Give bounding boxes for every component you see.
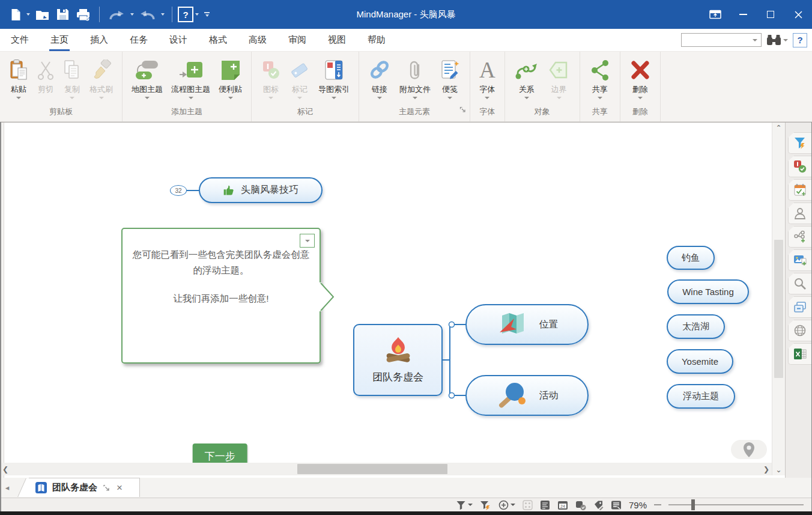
chevron-down-icon[interactable]	[753, 39, 757, 41]
status-notes-button[interactable]	[611, 500, 622, 510]
share-button[interactable]: 共享	[585, 56, 615, 99]
sidebar-tab-images[interactable]	[788, 249, 811, 271]
font-button[interactable]: A 字体	[475, 56, 500, 99]
ribbon-display-options-button[interactable]	[701, 0, 729, 29]
zoom-slider[interactable]	[668, 499, 804, 510]
help-button[interactable]: ?	[178, 7, 193, 22]
sidebar-tab-web[interactable]	[788, 320, 811, 341]
vertical-scrollbar-thumb[interactable]	[774, 240, 783, 378]
floating-topic-lake-tahoe[interactable]: 太浩湖	[667, 314, 725, 339]
tab-view[interactable]: 视图	[320, 29, 354, 51]
tab-file[interactable]: 文件	[3, 29, 37, 51]
format-painter-button[interactable]: 格式刷	[85, 56, 117, 99]
scroll-up-arrow[interactable]: ⌃	[772, 123, 785, 133]
floating-topic-generic[interactable]: 浮动主题	[667, 384, 735, 409]
map-topic-button[interactable]: 地图主题	[127, 56, 167, 99]
sidebar-tab-resources[interactable]	[788, 203, 811, 224]
floating-topic-fishing[interactable]: 钓鱼	[667, 246, 715, 270]
sidebar-tab-task-info[interactable]	[788, 179, 811, 201]
link-button[interactable]: 链接	[364, 56, 395, 99]
document-tab-active[interactable]: 团队务虚会 ×	[29, 478, 140, 497]
sticky-note-button[interactable]: 便利贴	[214, 56, 246, 99]
sidebar-tab-map-parts[interactable]	[788, 226, 811, 248]
tab-review[interactable]: 审阅	[280, 29, 314, 51]
relationship-button[interactable]: 关系	[510, 56, 544, 99]
zoom-slider-thumb[interactable]	[691, 499, 695, 510]
customize-toolbar-button[interactable]	[204, 12, 210, 17]
window-controls	[701, 0, 812, 29]
save-button[interactable]	[53, 5, 73, 24]
chevron-down-icon[interactable]	[195, 13, 199, 16]
redo-button[interactable]	[136, 5, 159, 24]
maximize-button[interactable]	[757, 0, 784, 29]
tab-scroll-left-arrow[interactable]: ◂	[2, 483, 12, 492]
status-power-filter-button[interactable]	[480, 500, 491, 510]
flow-topic-button[interactable]: 流程图主题	[167, 56, 214, 99]
scroll-down-arrow[interactable]: ⌄	[772, 465, 785, 475]
scroll-right-arrow[interactable]: ❯	[761, 463, 772, 475]
tab-task[interactable]: 任务	[122, 29, 156, 51]
horizontal-scrollbar[interactable]: ❮ ❯	[0, 463, 772, 475]
cut-button[interactable]: 剪切	[32, 56, 59, 95]
tab-help[interactable]: 帮助	[360, 29, 393, 51]
tags-button[interactable]: 标记	[285, 56, 314, 99]
subtopic-location[interactable]: 位置	[465, 304, 589, 345]
tab-home[interactable]: 主页	[43, 29, 76, 51]
close-button[interactable]	[784, 0, 812, 29]
chevron-down-icon[interactable]	[161, 13, 165, 16]
status-tags-button[interactable]	[593, 500, 604, 510]
icons-button[interactable]: 图标	[256, 56, 285, 99]
status-add-topic-button[interactable]	[498, 500, 515, 510]
open-file-button[interactable]	[32, 5, 53, 24]
sidebar-tab-search[interactable]	[788, 273, 811, 294]
location-overlay-button[interactable]	[731, 440, 767, 459]
status-filter-button[interactable]	[456, 500, 473, 510]
search-input[interactable]	[682, 34, 753, 46]
collapsed-branch-badge[interactable]: 32	[170, 185, 187, 196]
floating-topic-wine-tasting[interactable]: Wine Tasting	[667, 279, 749, 304]
undo-button[interactable]	[105, 5, 129, 24]
callout-menu-button[interactable]	[300, 234, 315, 248]
topic-label: Wine Tasting	[682, 287, 734, 297]
vertical-scrollbar[interactable]: ⌃ ⌄	[772, 123, 785, 475]
minimize-button[interactable]	[729, 0, 757, 29]
context-help-button[interactable]: ?	[793, 33, 807, 47]
tab-format[interactable]: 格式	[201, 29, 235, 51]
print-button[interactable]	[73, 5, 94, 24]
sidebar-tab-spreadsheet[interactable]	[788, 343, 811, 365]
notes-button[interactable]: 便笺	[435, 56, 465, 99]
popout-icon[interactable]	[103, 484, 110, 492]
topic-brainstorm-tips[interactable]: 头脑风暴技巧	[199, 177, 323, 203]
dialog-launcher-icon[interactable]	[459, 106, 466, 115]
tab-design[interactable]: 设计	[162, 29, 195, 51]
attachment-button[interactable]: 附加文件	[395, 56, 435, 99]
chevron-down-icon[interactable]	[130, 13, 134, 16]
tab-advanced[interactable]: 高级	[241, 29, 274, 51]
map-index-button[interactable]: 导图索引	[314, 56, 354, 99]
search-combobox[interactable]	[681, 33, 762, 47]
zoom-out-button[interactable]	[654, 504, 661, 505]
status-balance-map-button[interactable]	[523, 500, 533, 510]
delete-button[interactable]: 删除	[625, 56, 655, 99]
tab-close-icon[interactable]: ×	[115, 483, 124, 493]
find-button[interactable]	[766, 34, 788, 46]
chevron-down-icon[interactable]	[26, 13, 30, 16]
horizontal-scrollbar-thumb[interactable]	[297, 464, 447, 474]
topic-label: 活动	[539, 389, 559, 402]
sidebar-tab-snippets[interactable]	[788, 296, 811, 318]
status-icon-markers-button[interactable]	[575, 500, 586, 510]
floating-topic-yosemite[interactable]: Yosemite	[667, 349, 733, 374]
paste-button[interactable]: 粘贴	[5, 56, 32, 99]
tab-insert[interactable]: 插入	[82, 29, 116, 51]
zoom-slider-track[interactable]	[668, 504, 804, 505]
subtopic-activities[interactable]: 活动	[465, 375, 589, 416]
copy-button[interactable]: 复制	[59, 56, 85, 99]
scroll-left-arrow[interactable]: ❮	[0, 463, 11, 475]
boundary-button[interactable]: 边界	[544, 56, 575, 99]
new-document-button[interactable]	[7, 5, 25, 24]
status-outline-button[interactable]	[540, 500, 550, 510]
sidebar-tab-icon-markers[interactable]	[788, 156, 811, 177]
central-topic-team-retreat[interactable]: 团队务虚会	[353, 324, 443, 396]
status-task-info-button[interactable]: 24	[557, 500, 568, 510]
sidebar-tab-filter[interactable]	[788, 132, 811, 154]
